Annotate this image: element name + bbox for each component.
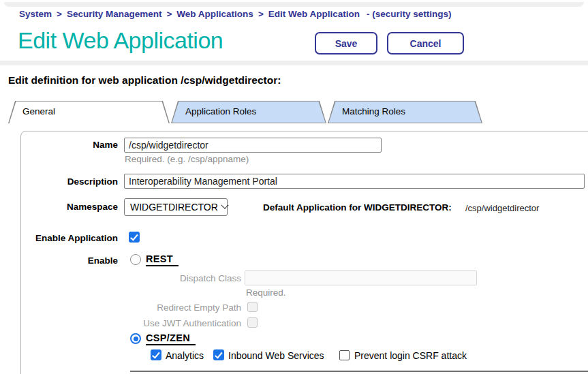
breadcrumb-separator: > [258,9,264,19]
analytics-label: Analytics [166,350,204,361]
namespace-label: Namespace [21,202,118,212]
cancel-button[interactable]: Cancel [387,32,464,54]
default-application-label: Default Application for WIDGETDIRECTOR: [263,202,452,213]
tab-application-roles[interactable]: Application Roles [171,101,326,123]
breadcrumb-link-web-applications[interactable]: Web Applications [176,9,253,19]
namespace-selected-value: WIDGETDIRECTOR [130,202,218,213]
page-title: Edit Web Application [18,27,223,54]
analytics-checkbox[interactable] [151,349,161,360]
tab-label: General [22,106,55,116]
dispatch-class-input[interactable] [245,270,477,285]
top-ribbon-edge [4,2,584,7]
tab-general[interactable]: General [8,101,170,123]
enable-label: Enable [21,255,118,266]
rest-section-link[interactable]: REST [146,253,179,266]
dispatch-class-hint: Required. [246,287,286,298]
name-label: Name [21,140,118,150]
chevron-down-icon [221,202,228,209]
tab-bar: General Application Roles Matching Roles [0,101,588,123]
redirect-empty-path-label: Redirect Empty Path [21,302,241,313]
use-jwt-authentication-checkbox[interactable] [247,317,258,328]
breadcrumb-separator: > [57,9,62,19]
inbound-web-services-label: Inbound Web Services [228,350,324,361]
rest-radio[interactable] [130,254,141,265]
tab-label: Application Roles [185,106,256,116]
inbound-web-services-checkbox[interactable] [213,349,224,360]
namespace-select[interactable]: WIDGETDIRECTOR [124,198,228,216]
breadcrumb-separator: > [166,9,172,19]
use-jwt-authentication-label: Use JWT Authentication [21,318,241,328]
header-divider [0,61,588,65]
tab-label: Matching Roles [342,106,405,116]
section-divider [130,371,588,372]
csp-zen-section-link[interactable]: CSP/ZEN [146,332,196,345]
breadcrumb-link-edit-web-application[interactable]: Edit Web Application [268,9,360,19]
edit-web-application-page: System>Security Management>Web Applicati… [0,0,588,374]
prevent-login-csrf-label: Prevent login CSRF attack [354,350,467,361]
enable-application-label: Enable Application [21,233,118,243]
description-input[interactable] [124,174,585,189]
general-form-panel: Name Required. (e.g. /csp/appname) Descr… [20,131,588,374]
breadcrumb-link-security-management[interactable]: Security Management [67,9,162,19]
redirect-empty-path-checkbox[interactable] [247,302,258,312]
default-application-value: /csp/widgetdirector [465,203,539,213]
csp-zen-radio[interactable] [130,333,141,344]
breadcrumb-link-system[interactable]: System [19,9,52,19]
dispatch-class-label: Dispatch Class [21,273,241,283]
save-button[interactable]: Save [315,32,377,54]
edit-definition-text: Edit definition for web application /csp… [8,74,281,87]
description-label: Description [21,176,118,187]
tab-matching-roles[interactable]: Matching Roles [328,101,482,123]
name-hint: Required. (e.g. /csp/appname) [125,154,249,164]
prevent-login-csrf-checkbox[interactable] [339,350,350,360]
breadcrumb-suffix: - (security settings) [367,9,452,19]
breadcrumb: System>Security Management>Web Applicati… [19,9,452,19]
enable-application-checkbox[interactable] [129,232,140,243]
name-input[interactable] [124,138,382,153]
